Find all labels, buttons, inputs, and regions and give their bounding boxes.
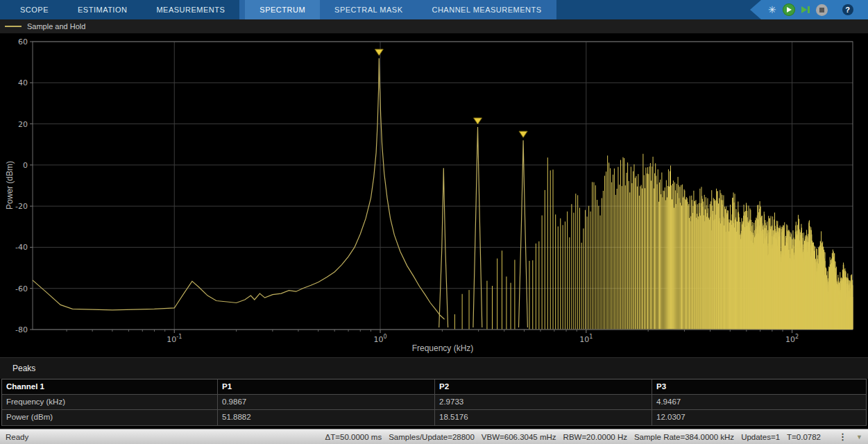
peak-marker [519,131,527,137]
header-p3: P3 [652,379,866,395]
peak-marker [474,118,482,124]
tab-estimation[interactable]: ESTIMATION [63,0,142,19]
x-tick-label: 101 [579,334,593,344]
kebab-menu-icon[interactable]: ⋮ [838,432,847,442]
step-forward-button[interactable] [801,6,810,13]
spectrum-trace [33,58,445,319]
header-channel: Channel 1 [2,379,218,395]
peaks-panel-title: Peaks [12,364,35,373]
frequency-p3: 4.9467 [652,395,866,410]
tab-spectrum[interactable]: SPECTRUM [245,0,320,19]
status-rbw: RBW=20.0000 Hz [563,433,627,441]
x-tick-label: 10-1 [167,334,182,344]
y-tick-label: 20 [18,120,28,129]
power-p3: 12.0307 [652,410,866,425]
status-dt: ΔT=50.0000 ms [325,433,382,441]
tab-scope[interactable]: SCOPE [6,0,63,19]
power-p2: 18.5176 [435,410,652,425]
peaks-table: Channel 1 P1 P2 P3 Frequency (kHz) 0.986… [1,379,867,426]
legend-line-sample [5,26,22,27]
y-axis-label: Power (dBm) [5,161,15,210]
status-updates: Updates=1 [741,433,780,441]
spike-comb [454,154,853,330]
y-tick-label: 40 [18,78,28,87]
stop-icon [819,8,824,12]
status-time: T=0.0782 [787,433,821,441]
y-tick-label: -40 [15,243,28,252]
help-button[interactable]: ? [842,4,853,15]
peaks-panel-header: Peaks [0,357,868,379]
collapse-arrow-icon[interactable]: ▼ [856,434,862,441]
status-bar: Ready ΔT=50.0000 ms Samples/Update=28800… [0,429,868,444]
status-samples-per-update: Samples/Update=28800 [389,433,475,441]
header-p2: P2 [435,379,652,395]
status-vbw: VBW=606.3045 mHz [482,433,556,441]
y-tick-label: -20 [15,202,28,211]
x-tick-label: 102 [785,334,799,344]
peak-skirt [439,168,448,327]
table-row-power: Power (dBm) 51.8882 18.5176 12.0307 [2,410,866,425]
tab-measurements[interactable]: MEASUREMENTS [142,0,239,19]
step-forward-icon [801,6,807,13]
plot-region: 6040200-20-40-60-8010-1100101102 Frequen… [0,33,868,357]
simulation-controls-banner: ✳ ? [750,0,868,19]
y-tick-label: -60 [15,284,28,293]
spectrum-analyzer-window: SCOPE ESTIMATION MEASUREMENTS SPECTRUM S… [0,0,868,444]
legend-bar: Sample and Hold [0,19,868,33]
status-sample-rate: Sample Rate=384.0000 kHz [634,433,734,441]
play-icon [787,7,792,12]
header-p1: P1 [218,379,435,395]
peak-skirt [473,127,482,327]
status-state: Ready [6,433,28,441]
y-tick-label: -80 [15,325,28,334]
power-p1: 51.8882 [218,410,435,425]
x-tick-label: 100 [373,334,386,344]
peak-skirt [519,140,528,327]
y-tick-label: 60 [18,37,28,46]
status-metrics: ΔT=50.0000 ms Samples/Update=28800 VBW=6… [325,433,821,441]
frequency-p2: 2.9733 [435,395,652,410]
row-label: Power (dBm) [2,410,218,425]
frequency-p1: 0.9867 [218,395,435,410]
run-button[interactable] [783,3,795,16]
y-tick-label: 0 [23,161,28,170]
stop-button[interactable] [816,4,828,16]
spectrum-plot-canvas[interactable]: 6040200-20-40-60-8010-1100101102 [0,33,868,357]
row-label: Frequency (kHz) [2,395,218,410]
tab-channel-measurements[interactable]: CHANNEL MEASUREMENTS [417,0,556,19]
peak-marker [375,49,383,56]
toolbar: SCOPE ESTIMATION MEASUREMENTS SPECTRUM S… [0,0,868,19]
simulink-icon[interactable]: ✳ [768,5,776,15]
contextual-tab-group: SPECTRUM SPECTRAL MASK CHANNEL MEASUREME… [239,0,556,19]
peaks-table-header-row: Channel 1 P1 P2 P3 [2,379,866,395]
legend-label: Sample and Hold [27,22,85,31]
x-axis-label: Frequency (kHz) [33,343,853,353]
tab-spectral-mask[interactable]: SPECTRAL MASK [320,0,417,19]
table-row-frequency: Frequency (kHz) 0.9867 2.9733 4.9467 [2,395,866,410]
